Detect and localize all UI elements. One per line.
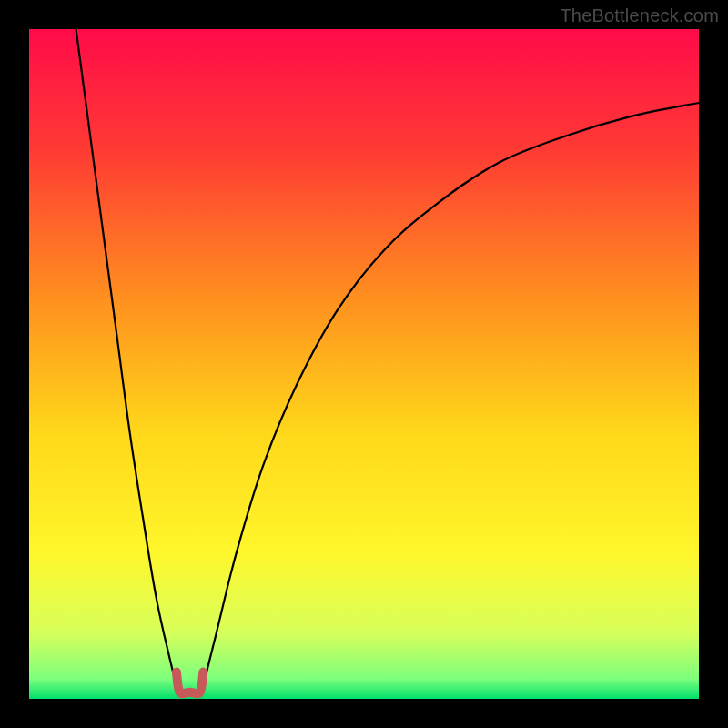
series-left-branch: [76, 29, 177, 685]
curve-layer: [29, 29, 699, 699]
series-minimum-marker: [177, 672, 203, 694]
chart-frame: TheBottleneck.com: [0, 0, 728, 728]
plot-area: [29, 29, 699, 699]
watermark-text: TheBottleneck.com: [560, 5, 719, 26]
series-right-branch: [203, 103, 699, 685]
